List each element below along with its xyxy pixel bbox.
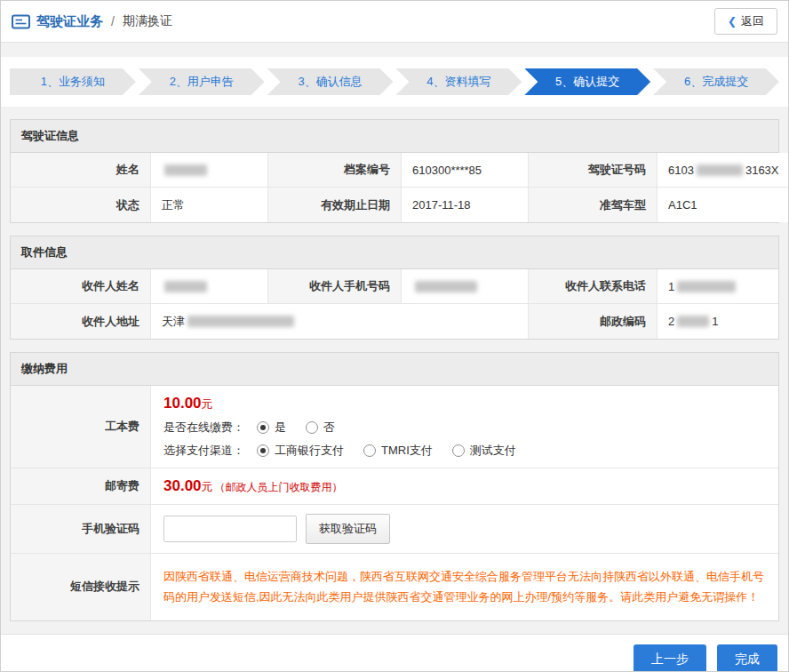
page-subtitle: 期满换证 bbox=[123, 13, 172, 29]
channel-option-icbc[interactable]: 工商银行支付 bbox=[257, 443, 344, 459]
driver-license-renewal-page: 驾驶证业务 / 期满换证 ❮ 返回 1、业务须知 2、用户申告 3、确认信息 4… bbox=[0, 0, 789, 672]
back-button[interactable]: ❮ 返回 bbox=[714, 8, 777, 35]
redacted-recipient-address bbox=[187, 316, 294, 327]
step-3-confirm-info[interactable]: 3、确认信息 bbox=[267, 68, 394, 95]
production-fee-amount: 10.00 bbox=[163, 395, 202, 412]
license-info-table: 姓名 档案编号 610300****85 驾驶证号码 6103 3163X 状态… bbox=[11, 153, 778, 222]
step-6-complete-submit[interactable]: 6、完成提交 bbox=[653, 68, 779, 95]
file-number-value: 610300****85 bbox=[402, 153, 529, 188]
production-fee-label: 工本费 bbox=[11, 386, 151, 468]
channel-option-test[interactable]: 测试支付 bbox=[452, 443, 516, 459]
license-info-section: 驾驶证信息 姓名 档案编号 610300****85 驾驶证号码 6103 31… bbox=[10, 119, 779, 223]
online-pay-yes-label: 是 bbox=[275, 420, 286, 436]
status-value: 正常 bbox=[151, 188, 268, 222]
radio-icbc-icon[interactable] bbox=[257, 444, 269, 457]
recipient-phone-prefix: 1 bbox=[668, 280, 674, 293]
page-title: 驾驶证业务 bbox=[36, 13, 103, 30]
recipient-name-label: 收件人姓名 bbox=[11, 269, 151, 304]
mail-fee-label: 邮寄费 bbox=[11, 468, 151, 505]
recipient-phone-value: 1 bbox=[658, 269, 778, 304]
expiry-date-value: 2017-11-18 bbox=[402, 188, 529, 222]
recipient-name-value bbox=[151, 269, 268, 304]
postcode-prefix: 2 bbox=[668, 315, 674, 328]
fees-table: 工本费 10.00元 是否在线缴费： 是 否 bbox=[11, 386, 778, 620]
redacted-recipient-name bbox=[164, 281, 207, 292]
step-navigation: 1、业务须知 2、用户申告 3、确认信息 4、资料填写 5、确认提交 6、完成提… bbox=[10, 68, 779, 95]
step-5-confirm-submit[interactable]: 5、确认提交 bbox=[524, 68, 650, 95]
finish-button[interactable]: 完成 bbox=[717, 644, 777, 672]
recipient-mobile-value bbox=[402, 269, 529, 304]
postcode-value: 2 1 bbox=[658, 304, 778, 339]
radio-tmri-icon[interactable] bbox=[363, 444, 376, 457]
breadcrumb: 驾驶证业务 / 期满换证 bbox=[12, 13, 172, 30]
title-divider: / bbox=[111, 14, 115, 28]
license-card-icon bbox=[12, 14, 30, 29]
radio-test-icon[interactable] bbox=[452, 444, 465, 457]
recipient-address-value: 天津 bbox=[151, 304, 529, 339]
top-header: 驾驶证业务 / 期满换证 ❮ 返回 bbox=[1, 1, 788, 43]
online-pay-line: 是否在线缴费： 是 否 bbox=[163, 420, 766, 436]
mail-fee-amount: 30.00 bbox=[163, 477, 202, 494]
recipient-address-prefix: 天津 bbox=[162, 314, 185, 330]
status-label: 状态 bbox=[11, 188, 151, 222]
production-fee-value: 10.00元 是否在线缴费： 是 否 bbox=[151, 386, 778, 468]
sms-code-input[interactable] bbox=[163, 516, 297, 542]
vehicle-class-label: 准驾车型 bbox=[529, 188, 658, 222]
pickup-info-section-title: 取件信息 bbox=[11, 236, 778, 269]
redacted-postcode bbox=[677, 316, 709, 327]
mail-fee-unit: 元 bbox=[202, 480, 213, 493]
sms-code-row: 获取验证码 bbox=[163, 514, 766, 544]
channel-tmri-label: TMRI支付 bbox=[381, 443, 433, 459]
mail-fee-amount-line: 30.00元（邮政人员上门收取费用） bbox=[163, 477, 766, 495]
step-navigation-bar: 1、业务须知 2、用户申告 3、确认信息 4、资料填写 5、确认提交 6、完成提… bbox=[1, 57, 788, 107]
sms-notice-text: 因陕西省联通、电信运营商技术问题，陕西省互联网交通安全综合服务管理平台无法向持陕… bbox=[163, 563, 766, 612]
sms-code-value: 获取验证码 bbox=[151, 505, 778, 554]
back-button-label: 返回 bbox=[741, 13, 764, 29]
radio-no-icon[interactable] bbox=[306, 421, 318, 434]
postcode-label: 邮政编码 bbox=[529, 304, 658, 339]
license-number-value: 6103 3163X bbox=[658, 153, 789, 188]
pickup-info-section: 取件信息 收件人姓名 收件人手机号码 收件人联系电话 1 收件人地址 天津 邮政… bbox=[10, 236, 779, 340]
pay-channel-label: 选择支付渠道： bbox=[163, 443, 244, 459]
channel-option-tmri[interactable]: TMRI支付 bbox=[363, 443, 433, 459]
pay-channel-radio-group: 工商银行支付 TMRI支付 测试支付 bbox=[257, 443, 516, 459]
license-number-label: 驾驶证号码 bbox=[529, 153, 658, 188]
online-pay-option-no[interactable]: 否 bbox=[306, 420, 335, 436]
vehicle-class-value: A1C1 bbox=[658, 188, 789, 222]
expiry-date-label: 有效期止日期 bbox=[268, 188, 402, 222]
sms-notice-value: 因陕西省联通、电信运营商技术问题，陕西省互联网交通安全综合服务管理平台无法向持陕… bbox=[151, 554, 778, 620]
recipient-mobile-label: 收件人手机号码 bbox=[268, 269, 402, 304]
radio-yes-icon[interactable] bbox=[257, 421, 269, 434]
channel-icbc-label: 工商银行支付 bbox=[275, 443, 344, 459]
pickup-info-table: 收件人姓名 收件人手机号码 收件人联系电话 1 收件人地址 天津 邮政编码 2 … bbox=[11, 269, 778, 339]
redacted-name bbox=[164, 164, 207, 176]
online-pay-no-label: 否 bbox=[323, 420, 335, 436]
step-4-fill-data[interactable]: 4、资料填写 bbox=[395, 68, 522, 95]
step-1-business-notice[interactable]: 1、业务须知 bbox=[10, 68, 136, 95]
file-number-label: 档案编号 bbox=[268, 153, 402, 188]
production-fee-unit: 元 bbox=[202, 397, 213, 411]
license-number-prefix: 6103 bbox=[668, 164, 694, 177]
name-value bbox=[151, 153, 268, 188]
get-code-button[interactable]: 获取验证码 bbox=[306, 514, 390, 544]
redacted-license-number bbox=[697, 164, 743, 176]
redacted-recipient-mobile bbox=[415, 281, 477, 292]
footer-action-bar: 上一步 完成 bbox=[1, 634, 788, 672]
sms-code-label: 手机验证码 bbox=[11, 505, 151, 554]
online-pay-option-yes[interactable]: 是 bbox=[257, 420, 286, 436]
step-2-user-declaration[interactable]: 2、用户申告 bbox=[139, 68, 265, 95]
channel-test-label: 测试支付 bbox=[470, 443, 516, 459]
redacted-recipient-phone bbox=[677, 281, 736, 292]
fees-section: 缴纳费用 工本费 10.00元 是否在线缴费： 是 bbox=[10, 352, 779, 621]
license-number-suffix: 3163X bbox=[745, 164, 779, 177]
prev-step-button[interactable]: 上一步 bbox=[634, 644, 706, 672]
license-info-section-title: 驾驶证信息 bbox=[11, 120, 778, 153]
recipient-address-label: 收件人地址 bbox=[11, 304, 151, 339]
back-chevron-icon: ❮ bbox=[728, 15, 737, 28]
fees-section-title: 缴纳费用 bbox=[11, 353, 778, 386]
mail-fee-value: 30.00元（邮政人员上门收取费用） bbox=[151, 468, 778, 505]
sms-notice-label: 短信接收提示 bbox=[11, 554, 151, 620]
postcode-suffix: 1 bbox=[712, 315, 718, 328]
production-fee-amount-line: 10.00元 bbox=[163, 395, 766, 412]
recipient-phone-label: 收件人联系电话 bbox=[529, 269, 658, 304]
